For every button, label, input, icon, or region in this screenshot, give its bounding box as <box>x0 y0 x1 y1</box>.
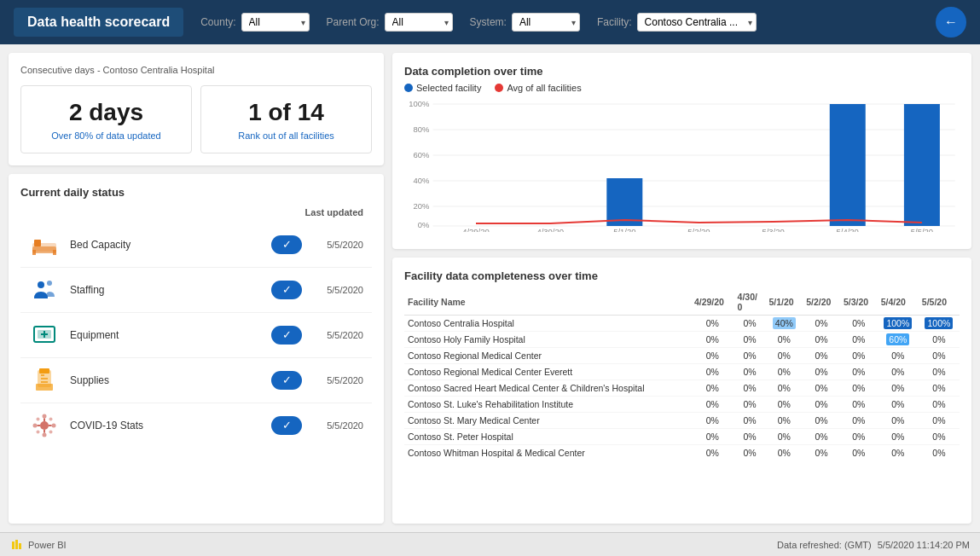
facility-table-card: Facility data completeness over time Fac… <box>392 258 971 524</box>
facility-cell-value: 0% <box>803 429 840 445</box>
status-table: Last updated Bed Capacity ✓ <box>20 207 372 448</box>
col-5-1: 5/1/20 <box>765 289 803 316</box>
svg-rect-3 <box>32 250 36 255</box>
svg-point-21 <box>52 423 56 427</box>
refresh-time: 5/5/2020 11:14:20 PM <box>878 540 970 550</box>
facility-cell-value: 0% <box>840 348 878 364</box>
table-row: Contoso Whitman Hospital & Medical Cente… <box>404 445 960 460</box>
county-select-wrapper[interactable]: All <box>241 13 310 32</box>
svg-text:4/29/20: 4/29/20 <box>462 228 490 232</box>
system-select-wrapper[interactable]: All <box>512 13 580 32</box>
days-value: 2 days <box>33 98 179 127</box>
status-row-equipment: Equipment ✓ 5/5/2020 <box>20 313 372 358</box>
facility-table-title: Facility data completeness over time <box>404 269 960 282</box>
right-panel: Data completion over time Selected facil… <box>392 53 971 524</box>
legend-selected: Selected facility <box>404 83 481 93</box>
svg-text:5/2/20: 5/2/20 <box>687 228 710 232</box>
svg-rect-44 <box>606 178 642 226</box>
svg-point-25 <box>49 430 53 433</box>
facility-cell-value: 0% <box>803 413 840 429</box>
svg-point-18 <box>43 414 47 418</box>
parent-org-label: Parent Org: <box>327 16 380 28</box>
facility-select[interactable]: Contoso Centralia ... <box>637 13 757 32</box>
system-label: System: <box>470 16 507 28</box>
svg-text:5/4/20: 5/4/20 <box>837 228 859 232</box>
app-header: Data health scorecard County: All Parent… <box>0 0 980 44</box>
parent-org-select-wrapper[interactable]: All <box>385 13 453 32</box>
county-select[interactable]: All <box>241 13 310 32</box>
covid-date: 5/5/2020 <box>312 420 363 431</box>
svg-point-24 <box>37 430 40 433</box>
facility-cell-name: Contoso Sacred Heart Medical Center & Ch… <box>404 380 691 397</box>
staffing-check-badge: ✓ <box>271 281 302 299</box>
facility-cell-value: 0% <box>691 380 734 397</box>
facility-cell-value: 100% <box>878 316 919 332</box>
svg-rect-58 <box>19 543 21 549</box>
col-5-2: 5/2/20 <box>803 289 840 316</box>
facility-cell-value: 0% <box>734 364 766 380</box>
daily-status-card: Current daily status Last updated <box>9 174 384 524</box>
svg-text:20%: 20% <box>414 202 430 211</box>
supplies-label: Supplies <box>70 374 261 386</box>
svg-text:80%: 80% <box>414 125 430 134</box>
footer: Power BI Data refreshed: (GMT) 5/5/2020 … <box>0 532 980 556</box>
county-filter-group: County: All <box>200 13 309 32</box>
facility-cell-value: 100% <box>919 316 960 332</box>
facility-cell-value: 0% <box>765 332 803 348</box>
svg-point-23 <box>49 417 53 420</box>
back-button[interactable]: ← <box>936 7 966 38</box>
footer-left: Power BI <box>10 538 67 552</box>
svg-point-5 <box>38 281 44 288</box>
table-row: Contoso St. Luke's Rehabilitation Instit… <box>404 397 960 413</box>
bed-date: 5/5/2020 <box>312 240 363 250</box>
rank-link[interactable]: Rank out of all facilities <box>213 130 359 141</box>
svg-rect-16 <box>36 384 53 391</box>
facility-cell-value: 0% <box>803 348 840 364</box>
daily-status-title: Current daily status <box>20 186 372 199</box>
facility-cell-value: 0% <box>919 364 960 380</box>
facility-cell-value: 0% <box>734 380 766 397</box>
facility-cell-value: 0% <box>840 397 878 413</box>
facility-cell-value: 0% <box>765 348 803 364</box>
facility-cell-value: 0% <box>691 332 734 348</box>
col-4-29: 4/29/20 <box>691 289 734 316</box>
chart-title: Data completion over time <box>404 65 960 78</box>
facility-cell-value: 0% <box>765 380 803 397</box>
table-header: Facility Name 4/29/20 4/30/0 5/1/20 5/2/… <box>404 289 960 316</box>
table-row: Contoso Regional Medical Center Everett0… <box>404 364 960 380</box>
facility-cell-value: 0% <box>803 380 840 397</box>
legend-avg-label: Avg of all facilities <box>507 83 581 93</box>
facility-cell-value: 0% <box>765 397 803 413</box>
facility-cell-value: 40% <box>765 316 803 332</box>
facility-cell-value: 0% <box>840 364 878 380</box>
facility-cell-value: 0% <box>878 397 919 413</box>
svg-rect-47 <box>830 104 866 226</box>
facility-cell-value: 0% <box>919 332 960 348</box>
parent-org-select[interactable]: All <box>385 13 453 32</box>
svg-text:40%: 40% <box>414 177 430 185</box>
facility-cell-value: 0% <box>919 348 960 364</box>
supplies-icon <box>29 365 60 396</box>
status-header-row: Last updated <box>20 207 372 217</box>
svg-point-6 <box>47 281 52 286</box>
svg-rect-4 <box>53 250 56 255</box>
facility-cell-value: 0% <box>734 348 766 364</box>
facility-select-wrapper[interactable]: Contoso Centralia ... <box>637 13 757 32</box>
days-link[interactable]: Over 80% of data updated <box>33 130 179 141</box>
system-select[interactable]: All <box>512 13 580 32</box>
staffing-icon <box>29 275 60 305</box>
svg-point-20 <box>33 423 38 427</box>
table-body: Contoso Centralia Hospital0%0%40%0%0%100… <box>404 316 960 460</box>
facility-cell-name: Contoso St. Peter Hospital <box>404 429 691 445</box>
facility-cell-value: 0% <box>691 445 734 460</box>
covid-icon <box>29 410 60 441</box>
facility-table-wrapper[interactable]: Facility Name 4/29/20 4/30/0 5/1/20 5/2/… <box>404 289 960 460</box>
svg-text:60%: 60% <box>414 151 430 159</box>
system-filter-group: System: All <box>470 13 580 32</box>
facility-cell-name: Contoso Centralia Hospital <box>404 316 691 332</box>
facility-cell-value: 0% <box>734 332 766 348</box>
equipment-check-badge: ✓ <box>271 326 302 345</box>
status-row-supplies: Supplies ✓ 5/5/2020 <box>20 358 372 403</box>
rank-value: 1 of 14 <box>213 98 359 127</box>
facility-cell-value: 0% <box>803 364 840 380</box>
